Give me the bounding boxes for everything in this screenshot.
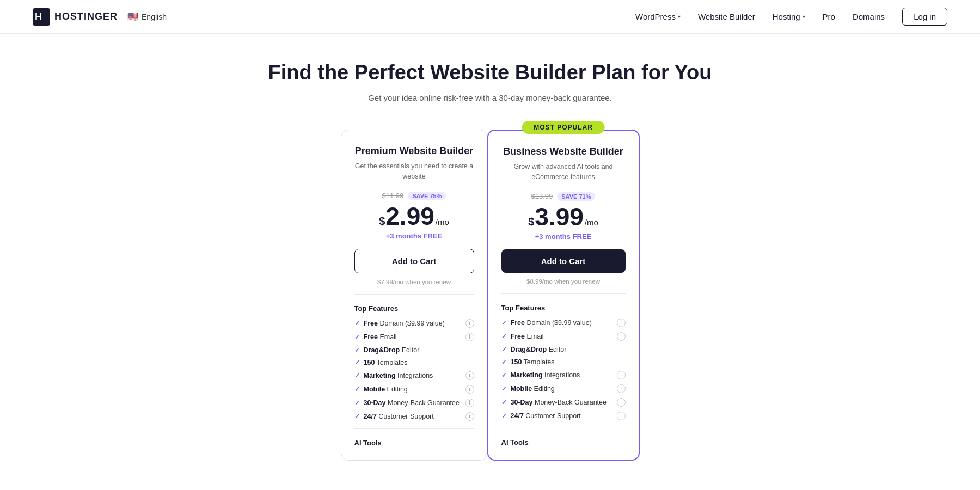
original-price-premium: $11.99	[382, 192, 404, 200]
price-row-premium: $11.99 SAVE 75%	[354, 192, 474, 200]
free-months-premium: +3 months FREE	[354, 232, 474, 240]
check-icon: ✓	[354, 372, 360, 379]
feature-item: ✓ Free Domain ($9.99 value) i	[354, 319, 474, 328]
divider-premium-2	[354, 428, 474, 429]
feature-item: ✓ Drag&Drop Editor	[501, 346, 626, 353]
logo-icon: H	[33, 8, 50, 26]
login-button[interactable]: Log in	[902, 8, 947, 26]
check-icon: ✓	[354, 346, 360, 354]
add-to-cart-business[interactable]: Add to Cart	[501, 249, 626, 273]
ai-tools-title-premium: AI Tools	[354, 439, 474, 447]
price-mo-premium: /mo	[436, 217, 449, 226]
info-icon[interactable]: i	[465, 333, 474, 341]
main-price-business: $ 3.99 /mo	[501, 204, 626, 229]
feature-item: ✓ 30-Day Money-Back Guarantee i	[354, 399, 474, 407]
chevron-down-icon: ▾	[803, 14, 805, 20]
divider-business	[501, 293, 626, 294]
feature-item: ✓ Free Domain ($9.99 value) i	[501, 318, 626, 327]
price-number-premium: 2.99	[385, 204, 434, 229]
feature-item: ✓ 24/7 Customer Support i	[501, 412, 626, 420]
info-icon[interactable]: i	[617, 398, 626, 407]
renew-note-premium: $7.99/mo when you renew	[354, 279, 474, 285]
plan-desc-premium: Get the essentials you need to create a …	[354, 161, 474, 182]
feature-item: ✓ Marketing Integrations i	[354, 371, 474, 380]
renew-note-business: $8.99/mo when you renew	[501, 278, 626, 285]
feature-item: ✓ Marketing Integrations i	[501, 371, 626, 379]
check-icon: ✓	[501, 385, 507, 393]
info-icon[interactable]: i	[465, 412, 474, 421]
free-months-business: +3 months FREE	[501, 232, 626, 241]
divider-business-2	[501, 428, 626, 428]
nav-website-builder[interactable]: Website Builder	[698, 12, 755, 21]
info-icon[interactable]: i	[465, 319, 474, 328]
feature-item: ✓ Mobile Editing i	[354, 385, 474, 394]
info-icon[interactable]: i	[465, 371, 474, 380]
check-icon: ✓	[501, 412, 507, 420]
check-icon: ✓	[501, 358, 507, 366]
info-icon[interactable]: i	[617, 412, 626, 420]
check-icon: ✓	[354, 333, 360, 341]
check-icon: ✓	[354, 399, 360, 407]
feature-item: ✓ 24/7 Customer Support i	[354, 412, 474, 421]
header-left: H HOSTINGER 🇺🇸 English	[33, 8, 167, 26]
svg-text:H: H	[35, 11, 42, 22]
check-icon: ✓	[501, 346, 507, 353]
feature-item: ✓ 30-Day Money-Back Guarantee i	[501, 398, 626, 407]
info-icon[interactable]: i	[617, 371, 626, 379]
feature-item: ✓ Mobile Editing i	[501, 384, 626, 393]
price-row-business: $13.99 SAVE 71%	[501, 192, 626, 201]
site-header: H HOSTINGER 🇺🇸 English WordPress ▾ Websi…	[0, 0, 980, 34]
page-title: Find the Perfect Website Builder Plan fo…	[268, 61, 712, 84]
dollar-sign-premium: $	[379, 215, 385, 228]
features-title-business: Top Features	[501, 304, 626, 312]
feature-item: ✓ 150 Templates	[501, 358, 626, 366]
plan-name-business: Business Website Builder	[501, 146, 626, 157]
language-label: English	[142, 13, 167, 21]
nav-pro[interactable]: Pro	[823, 12, 835, 21]
nav-hosting[interactable]: Hosting ▾	[773, 12, 805, 21]
info-icon[interactable]: i	[617, 332, 626, 341]
save-badge-business: SAVE 71%	[557, 192, 595, 201]
check-icon: ✓	[354, 385, 360, 393]
info-icon[interactable]: i	[617, 318, 626, 327]
nav-wordpress[interactable]: WordPress ▾	[635, 12, 681, 21]
check-icon: ✓	[501, 333, 507, 340]
pricing-row: Premium Website Builder Get the essentia…	[341, 130, 640, 461]
features-list-business: ✓ Free Domain ($9.99 value) i ✓ Free Ema…	[501, 318, 626, 420]
features-list-premium: ✓ Free Domain ($9.99 value) i ✓ Free Ema…	[354, 319, 474, 421]
page-subtitle: Get your idea online risk-free with a 30…	[368, 93, 612, 102]
logo[interactable]: H HOSTINGER	[33, 8, 118, 26]
save-badge-premium: SAVE 75%	[408, 192, 446, 200]
ai-tools-title-business: AI Tools	[501, 438, 626, 446]
price-mo-business: /mo	[585, 218, 598, 227]
feature-item: ✓ 150 Templates	[354, 359, 474, 366]
feature-item: ✓ Free Email i	[354, 333, 474, 341]
nav-domains[interactable]: Domains	[853, 12, 885, 21]
info-icon[interactable]: i	[465, 385, 474, 394]
price-number-business: 3.99	[535, 204, 584, 229]
plan-name-premium: Premium Website Builder	[354, 145, 474, 157]
divider-premium	[354, 294, 474, 295]
plan-card-business: MOST POPULAR Business Website Builder Gr…	[487, 130, 640, 461]
dollar-sign-business: $	[528, 216, 534, 228]
check-icon: ✓	[354, 320, 360, 327]
flag-icon: 🇺🇸	[127, 11, 138, 22]
check-icon: ✓	[501, 319, 507, 327]
logo-text: HOSTINGER	[54, 11, 118, 22]
language-selector[interactable]: 🇺🇸 English	[127, 11, 167, 22]
main-price-premium: $ 2.99 /mo	[354, 204, 474, 229]
features-title-premium: Top Features	[354, 304, 474, 313]
main-nav: WordPress ▾ Website Builder Hosting ▾ Pr…	[635, 8, 947, 26]
feature-item: ✓ Drag&Drop Editor	[354, 346, 474, 354]
add-to-cart-premium[interactable]: Add to Cart	[354, 249, 474, 273]
info-icon[interactable]: i	[617, 384, 626, 393]
main-content: Find the Perfect Website Builder Plan fo…	[0, 34, 980, 490]
check-icon: ✓	[501, 371, 507, 379]
check-icon: ✓	[354, 413, 360, 420]
plan-desc-business: Grow with advanced AI tools and eCommerc…	[501, 162, 626, 182]
original-price-business: $13.99	[531, 192, 553, 200]
info-icon[interactable]: i	[465, 399, 474, 407]
popular-badge: MOST POPULAR	[522, 121, 605, 134]
feature-item: ✓ Free Email i	[501, 332, 626, 341]
plan-card-premium: Premium Website Builder Get the essentia…	[341, 130, 488, 461]
